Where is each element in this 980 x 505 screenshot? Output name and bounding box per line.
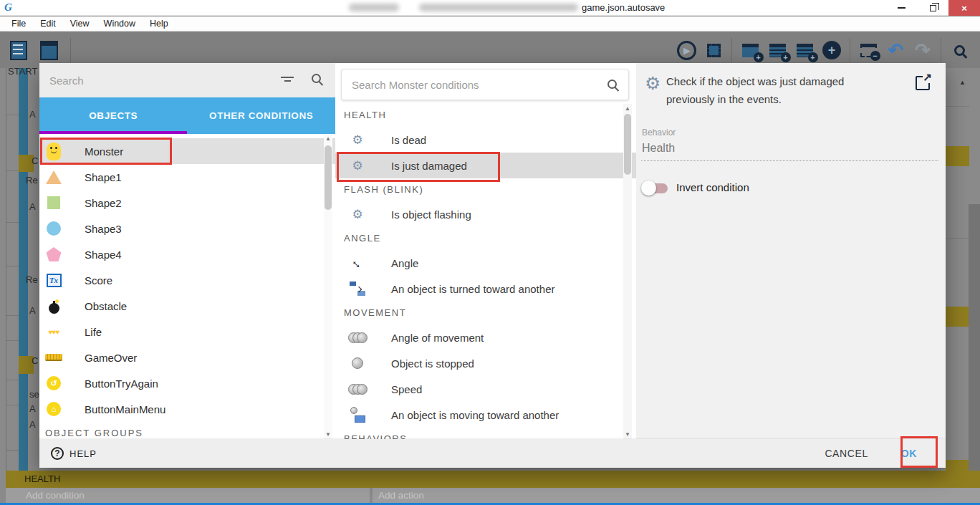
event-text-fragment: Re [26,175,38,186]
window-titlebar: G game.json.autosave × [0,0,980,16]
gear-icon: ⚙ [645,73,660,94]
add-circle-icon[interactable]: + [820,39,843,62]
condition-item-is-just-damaged[interactable]: ⚙Is just damaged [335,153,636,178]
object-label: Shape1 [85,171,122,183]
condition-item-angle-of-movement[interactable]: Angle of movement [335,324,636,350]
event-text-fragment: A [29,109,36,120]
condition-item-angle[interactable]: ↔Angle [335,250,636,276]
condition-section-header: MOVEMENT [335,302,636,324]
triangle-icon [44,168,63,186]
object-item-monster[interactable]: Monster [39,138,335,164]
redo-icon[interactable]: ↷ [911,39,934,62]
dialog-footer: ? HELP CANCEL OK [39,439,946,468]
delete-event-icon[interactable] [857,39,880,62]
object-item-buttonmainmenu[interactable]: ⌂ButtonMainMenu [39,396,335,422]
cancel-button[interactable]: CANCEL [825,448,868,459]
condition-item-object-is-stopped[interactable]: Object is stopped [335,350,636,376]
moving-toward-icon [348,405,367,424]
event-bar [19,374,28,471]
gear-icon: ⚙ [348,156,367,175]
condition-item-speed[interactable]: Speed [335,376,636,402]
hearts-icon: ♥♥♥ [44,322,63,341]
event-text-fragment: A [29,419,36,430]
condition-section-header: BEHAVIORS [335,428,636,439]
open-in-new-icon[interactable] [916,76,930,90]
condition-item-an-object-is-moving-toward-another[interactable]: An object is moving toward another [335,402,636,428]
condition-label: Speed [391,383,422,395]
invert-condition-toggle[interactable] [643,183,668,193]
scene-editor-icon[interactable] [37,39,60,62]
event-text-fragment: C [32,355,38,366]
behavior-field[interactable]: Health [642,142,675,155]
conditions-search-input[interactable] [342,69,628,100]
object-item-score[interactable]: TxScore [39,267,335,293]
object-item-obstacle[interactable]: Obstacle [39,293,335,319]
play-icon[interactable]: ▶ [675,39,698,62]
pentagon-icon [44,245,63,264]
scroll-down-arrow[interactable]: ▼ [324,431,332,438]
toolbar-divider [70,38,71,62]
angle-arrows-icon: ↔ [348,254,367,272]
object-item-buttontryagain[interactable]: ↺ButtonTryAgain [39,370,335,396]
redacted-path [419,4,578,11]
condition-item-is-object-flashing[interactable]: ⚙Is object flashing [335,201,636,227]
condition-section-header: ANGLE [335,227,636,250]
object-item-shape2[interactable]: Shape2 [39,190,335,216]
minimize-button[interactable] [885,0,917,16]
ok-button[interactable]: OK [901,448,917,459]
scroll-up-arrow[interactable]: ▲ [623,105,632,112]
objects-scrollbar[interactable]: ▲ ▼ [324,134,332,439]
project-manager-icon[interactable] [7,39,30,62]
menu-help[interactable]: Help [143,19,176,29]
help-button[interactable]: ? HELP [51,447,97,460]
search-icon [607,80,617,89]
debug-icon[interactable] [702,39,725,62]
condition-section-header: FLASH (BLINK) [335,178,636,201]
condition-label: Object is stopped [391,357,474,370]
menu-view[interactable]: View [63,19,97,29]
add-subevent-icon[interactable] [766,39,789,62]
scroll-up-arrow[interactable]: ▲ [324,135,332,142]
scrollbar-thumb[interactable] [624,114,631,175]
object-label: Life [85,326,102,338]
add-comment-icon[interactable] [793,39,816,62]
object-item-shape3[interactable]: Shape3 [39,216,335,241]
object-item-life[interactable]: ♥♥♥Life [39,319,335,345]
tab-objects[interactable]: OBJECTS [39,97,188,134]
object-groups-header: OBJECT GROUPS [39,428,335,438]
condition-details-panel: ⚙ Check if the object was just damaged p… [636,63,946,439]
add-condition-button[interactable]: Add condition [6,488,370,504]
object-item-gameover[interactable]: GameOver [39,345,335,370]
close-button[interactable]: × [948,0,980,16]
object-item-shape4[interactable]: Shape4 [39,241,335,267]
toolbar-divider [850,38,850,62]
restore-button[interactable] [917,0,948,16]
scrollbar-thumb[interactable] [325,145,332,210]
undo-icon[interactable]: ↶ [884,39,907,62]
conditions-scrollbar[interactable]: ▲ ▼ [623,104,632,439]
event-group-band [946,307,969,327]
condition-item-is-dead[interactable]: ⚙Is dead [335,127,636,153]
scroll-up-arrow[interactable]: ▲ [959,79,966,86]
tab-other-conditions[interactable]: OTHER CONDITIONS [188,97,336,134]
object-item-shape1[interactable]: Shape1 [39,164,335,190]
scroll-down-arrow[interactable]: ▼ [623,431,632,438]
event-text-fragment: A [29,403,36,414]
menu-file[interactable]: File [4,19,33,29]
toolbar-divider [941,38,941,62]
object-label: ButtonTryAgain [85,377,158,390]
menu-edit[interactable]: Edit [33,19,63,29]
object-label: GameOver [85,352,137,364]
event-bar [19,68,28,155]
search-icon[interactable] [948,39,971,62]
condition-label: An object is turned toward another [391,283,554,295]
events-group-health[interactable]: HEALTH [6,471,980,488]
object-label: Shape4 [85,249,122,261]
menu-window[interactable]: Window [97,19,143,29]
events-scrollbar[interactable] [969,204,980,505]
filter-icon[interactable] [281,77,294,84]
condition-item-an-object-is-turned-toward-another[interactable]: An object is turned toward another [335,276,636,302]
add-action-button[interactable]: Add action [373,488,980,504]
home-icon: ⌂ [44,400,63,418]
add-event-icon[interactable] [739,39,762,62]
